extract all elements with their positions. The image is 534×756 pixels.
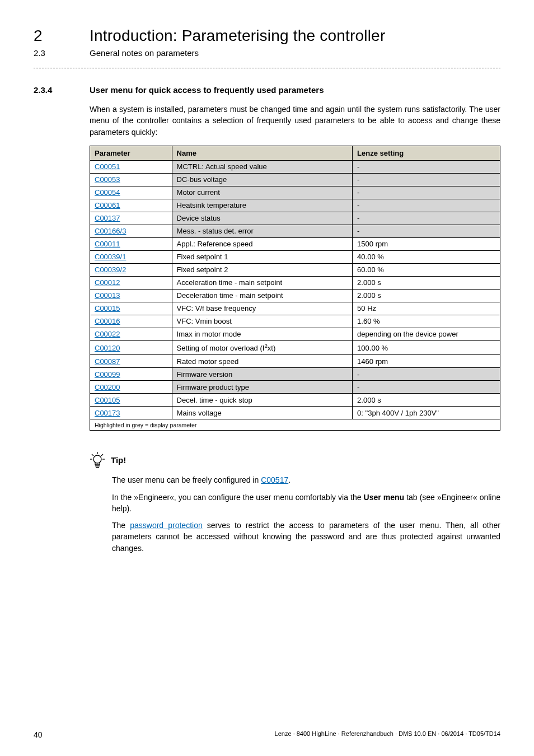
name-cell: Firmware version: [172, 368, 353, 381]
param-link[interactable]: C00039/1: [95, 253, 126, 261]
param-cell: C00039/2: [90, 263, 172, 276]
tip3-pre: The: [112, 521, 130, 530]
name-cell: DC-bus voltage: [172, 173, 353, 186]
setting-cell: 2.000 s: [353, 276, 500, 289]
param-link[interactable]: C00039/2: [95, 265, 126, 274]
svg-point-5: [93, 455, 101, 463]
param-link[interactable]: C00105: [95, 396, 120, 404]
table-footnote: Highlighted in grey = display parameter: [90, 419, 500, 431]
setting-cell: -: [353, 173, 500, 186]
table-row: C00200Firmware product type-: [90, 381, 500, 394]
page-footer: 40 Lenze · 8400 HighLine · Referenzhandb…: [34, 730, 500, 739]
chapter-title: Introduction: Parameterising the control…: [90, 27, 385, 45]
name-cell: Appl.: Reference speed: [172, 237, 353, 250]
name-cell: Device status: [172, 212, 353, 225]
param-link[interactable]: C00013: [95, 291, 120, 300]
setting-cell: 0: "3ph 400V / 1ph 230V": [353, 407, 500, 419]
setting-cell: -: [353, 368, 500, 381]
param-link[interactable]: C00054: [95, 188, 120, 197]
setting-cell: -: [353, 199, 500, 212]
setting-cell: -: [353, 212, 500, 225]
param-cell: C00013: [90, 289, 172, 302]
tip2-pre: In the »Engineer«, you can configure the…: [112, 493, 364, 502]
param-link[interactable]: C00166/3: [95, 227, 126, 235]
subchapter-title: General notes on parameters: [90, 48, 199, 58]
setting-cell: 100.00 %: [353, 340, 500, 354]
setting-cell: -: [353, 381, 500, 394]
table-row: C00015VFC: V/f base frequency50 Hz: [90, 302, 500, 315]
param-cell: C00061: [90, 199, 172, 212]
setting-cell: 2.000 s: [353, 394, 500, 407]
param-cell: C00022: [90, 328, 172, 340]
name-cell: Deceleration time - main setpoint: [172, 289, 353, 302]
name-cell: Setting of motor overload (I2xt): [172, 340, 353, 354]
setting-cell: 1.60 %: [353, 315, 500, 328]
param-link[interactable]: C00099: [95, 370, 120, 379]
parameter-table: Parameter Name Lenze setting C00051MCTRL…: [90, 146, 500, 431]
table-row: C00061Heatsink temperature-: [90, 199, 500, 212]
setting-cell: 40.00 %: [353, 250, 500, 263]
param-cell: C00053: [90, 173, 172, 186]
tip1-post: .: [288, 475, 291, 484]
table-row: C00039/2Fixed setpoint 260.00 %: [90, 263, 500, 276]
tip-line-1: The user menu can be freely configured i…: [112, 474, 500, 486]
table-header-name: Name: [172, 146, 353, 160]
tip1-pre: The user menu can be freely configured i…: [112, 475, 261, 484]
param-cell: C00120: [90, 340, 172, 354]
param-cell: C00200: [90, 381, 172, 394]
table-row: C00013Deceleration time - main setpoint2…: [90, 289, 500, 302]
name-cell: VFC: V/f base frequency: [172, 302, 353, 315]
lightbulb-icon: [90, 451, 105, 469]
param-cell: C00054: [90, 186, 172, 199]
param-cell: C00173: [90, 407, 172, 419]
setting-cell: depending on the device power: [353, 328, 500, 340]
table-row: C00120Setting of motor overload (I2xt)10…: [90, 340, 500, 354]
svg-line-1: [92, 454, 93, 456]
param-link[interactable]: C00087: [95, 357, 120, 366]
tip-line-2: In the »Engineer«, you can configure the…: [112, 492, 500, 515]
subchapter-number: 2.3: [34, 48, 90, 58]
param-link[interactable]: C00173: [95, 409, 120, 417]
param-link[interactable]: C00137: [95, 214, 120, 222]
name-cell: Imax in motor mode: [172, 328, 353, 340]
setting-cell: -: [353, 225, 500, 237]
table-row: C00051MCTRL: Actual speed value-: [90, 160, 500, 173]
setting-cell: 1460 rpm: [353, 355, 500, 368]
setting-cell: 1500 rpm: [353, 237, 500, 250]
table-header-setting: Lenze setting: [353, 146, 500, 160]
name-cell: Fixed setpoint 2: [172, 263, 353, 276]
table-row: C00011Appl.: Reference speed1500 rpm: [90, 237, 500, 250]
table-row: C00012Acceleration time - main setpoint2…: [90, 276, 500, 289]
param-cell: C00012: [90, 276, 172, 289]
param-link[interactable]: C00015: [95, 304, 120, 312]
param-link[interactable]: C00051: [95, 162, 120, 171]
table-row: C00166/3Mess. - status det. error-: [90, 225, 500, 237]
param-cell: C00166/3: [90, 225, 172, 237]
section-title: User menu for quick access to frequently…: [90, 85, 324, 95]
section-intro: When a system is installed, parameters m…: [90, 104, 500, 138]
setting-cell: 50 Hz: [353, 302, 500, 315]
param-link[interactable]: C00120: [95, 344, 120, 352]
param-link[interactable]: C00016: [95, 317, 120, 325]
name-cell: Acceleration time - main setpoint: [172, 276, 353, 289]
param-cell: C00137: [90, 212, 172, 225]
param-link[interactable]: C00061: [95, 201, 120, 209]
param-link[interactable]: C00200: [95, 383, 120, 391]
param-cell: C00039/1: [90, 250, 172, 263]
tip-label: Tip!: [111, 455, 126, 465]
tip3-link[interactable]: password protection: [130, 521, 202, 530]
table-row: C00099Firmware version-: [90, 368, 500, 381]
name-cell: VFC: Vmin boost: [172, 315, 353, 328]
setting-cell: -: [353, 186, 500, 199]
table-row: C00022Imax in motor modedepending on the…: [90, 328, 500, 340]
table-row: C00087Rated motor speed1460 rpm: [90, 355, 500, 368]
param-link[interactable]: C00022: [95, 330, 120, 338]
tip1-link[interactable]: C00517: [261, 475, 288, 484]
param-link[interactable]: C00011: [95, 240, 120, 248]
param-link[interactable]: C00053: [95, 175, 120, 184]
param-link[interactable]: C00012: [95, 278, 120, 287]
param-cell: C00099: [90, 368, 172, 381]
svg-line-2: [101, 454, 103, 456]
subchapter-header: 2.3 General notes on parameters: [34, 48, 500, 58]
chapter-number: 2: [34, 27, 90, 45]
